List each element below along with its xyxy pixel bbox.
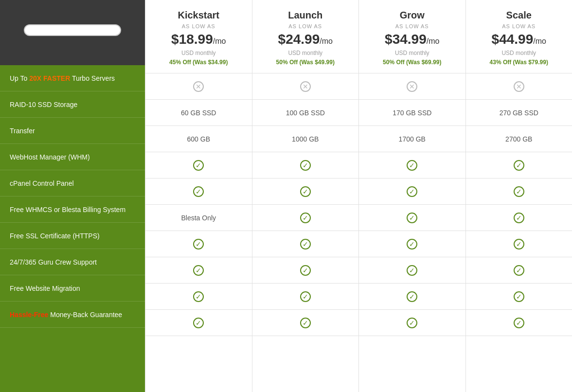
main-content: Kickstart AS LOW AS $18.99/mo USD monthl… [145,0,572,392]
plan-header: Kickstart AS LOW AS $18.99/mo USD monthl… [145,0,572,73]
plan-as-low-as: AS LOW AS [150,23,247,29]
sidebar: Up To 20X FASTER Turbo ServersRAID-10 SS… [0,0,145,392]
sidebar-features: Up To 20X FASTER Turbo ServersRAID-10 SS… [0,65,145,392]
data-cell: 170 GB SSD [359,100,465,126]
data-cell: ✓ [359,178,465,205]
check-icon: ✓ [407,239,417,249]
plan-col-scale: Scale AS LOW AS $44.99/mo USD monthly 43… [465,0,572,73]
check-icon: ✓ [193,265,204,276]
plan-as-low-as: AS LOW AS [471,23,568,29]
plan-discount: 43% Off (Was $79.99) [471,59,568,66]
all-button[interactable] [24,24,121,36]
data-cell: ✓ [359,205,465,231]
check-icon: ✓ [514,186,524,197]
data-cell: ✓ [145,178,252,205]
data-cell: ✓ [466,231,572,257]
data-cell: ✓ [466,310,572,336]
check-icon: ✓ [300,291,311,302]
data-cell: ✕ [466,73,572,100]
x-icon: ✕ [193,81,204,92]
check-icon: ✓ [193,160,204,171]
data-cell: 60 GB SSD [145,100,252,126]
feature-row: 24/7/365 Guru Crew Support [0,249,145,275]
data-cell: ✓ [145,310,252,336]
data-cell: 600 GB [145,126,252,152]
data-cell: 1700 GB [359,126,465,152]
plan-name: Kickstart [150,10,247,21]
check-icon: ✓ [407,213,417,223]
plan-name: Scale [471,10,568,21]
data-cell: ✓ [466,205,572,231]
plan-price: $44.99/mo [471,32,568,47]
x-icon: ✕ [407,81,417,92]
data-col-kickstart: ✕60 GB SSD600 GB✓✓Blesta Only✓✓✓✓ [145,73,252,392]
check-icon: ✓ [300,213,311,223]
data-cell: ✓ [145,284,252,310]
data-cell: ✓ [359,284,465,310]
plan-discount: 50% Off (Was $49.99) [257,59,354,66]
turbo-reseller-link[interactable] [0,55,145,65]
check-icon: ✓ [514,265,524,276]
plan-as-low-as: AS LOW AS [257,23,354,29]
check-icon: ✓ [300,160,311,171]
check-icon: ✓ [514,291,524,302]
data-cell: ✓ [252,257,359,284]
feature-row: RAID-10 SSD Storage [0,91,145,118]
check-icon: ✓ [193,239,204,249]
data-cell: ✓ [359,310,465,336]
check-icon: ✓ [193,186,204,197]
data-cell: 2700 GB [466,126,572,152]
data-cell: ✓ [252,178,359,205]
check-icon: ✓ [300,186,311,197]
plan-price: $24.99/mo [257,32,354,47]
plan-as-low-as: AS LOW AS [364,23,461,29]
data-col-scale: ✕270 GB SSD2700 GB✓✓✓✓✓✓✓ [465,73,572,392]
feature-row: cPanel Control Panel [0,170,145,196]
check-icon: ✓ [407,160,417,171]
sidebar-title [0,0,145,24]
x-icon: ✕ [514,81,524,92]
plan-name: Grow [364,10,461,21]
check-icon: ✓ [407,291,417,302]
data-cell: ✓ [466,284,572,310]
data-cell: ✕ [145,73,252,100]
check-icon: ✓ [407,318,417,328]
data-cell: ✓ [145,152,252,178]
standard-reseller-link[interactable] [0,46,145,55]
data-cell: 100 GB SSD [252,100,359,126]
plan-col-launch: Launch AS LOW AS $24.99/mo USD monthly 5… [252,0,359,73]
plan-usd: USD monthly [364,50,461,56]
plan-col-kickstart: Kickstart AS LOW AS $18.99/mo USD monthl… [145,0,252,73]
check-icon: ✓ [193,291,204,302]
data-cell: ✓ [252,205,359,231]
feature-row: Free SSL Certificate (HTTPS) [0,223,145,249]
feature-row: Up To 20X FASTER Turbo Servers [0,65,145,91]
data-cell: 270 GB SSD [466,100,572,126]
plan-usd: USD monthly [150,50,247,56]
data-cell: Blesta Only [145,205,252,231]
data-col-grow: ✕170 GB SSD1700 GB✓✓✓✓✓✓✓ [358,73,465,392]
plan-discount: 50% Off (Was $69.99) [364,59,461,66]
data-col-launch: ✕100 GB SSD1000 GB✓✓✓✓✓✓✓ [252,73,359,392]
check-icon: ✓ [300,265,311,276]
data-cell: ✓ [466,257,572,284]
data-cell: ✓ [359,231,465,257]
data-cell: ✓ [252,231,359,257]
data-cell: ✓ [252,152,359,178]
plan-discount: 45% Off (Was $34.99) [150,59,247,66]
feature-row: Transfer [0,118,145,144]
check-icon: ✓ [514,213,524,223]
check-icon: ✓ [514,160,524,171]
data-cell: ✓ [466,152,572,178]
data-cell: ✓ [252,284,359,310]
data-cell: ✓ [252,310,359,336]
check-icon: ✓ [514,318,524,328]
hassle-free-highlight: Hassle-Free [10,311,48,319]
feature-row: Free WHMCS or Blesta Billing System [0,196,145,223]
feature-row: Hassle-Free Money-Back Guarantee [0,302,145,328]
plan-price: $34.99/mo [364,32,461,47]
plan-col-grow: Grow AS LOW AS $34.99/mo USD monthly 50%… [358,0,465,73]
check-icon: ✓ [193,318,204,328]
plan-price: $18.99/mo [150,32,247,47]
data-cell: ✓ [466,178,572,205]
